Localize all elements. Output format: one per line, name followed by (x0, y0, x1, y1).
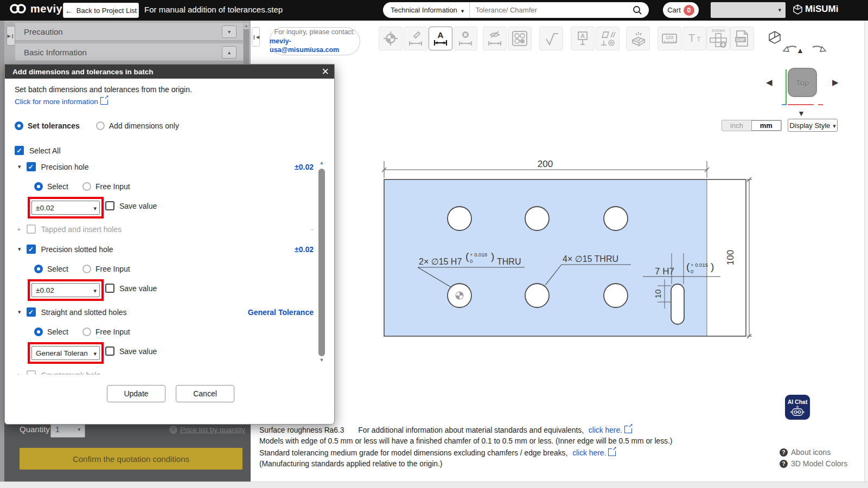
slot-height-dimension-text[interactable]: 10 (653, 290, 662, 299)
precision-slotted-hole-checkbox[interactable] (27, 245, 36, 254)
search-input[interactable] (470, 6, 633, 14)
display-style-dropdown[interactable]: Display Style (788, 119, 838, 132)
hide-dimension-icon-button[interactable] (483, 27, 507, 50)
chevron-down-icon[interactable]: ▾ (18, 246, 21, 253)
confirm-quotation-button[interactable]: Confirm the quotation conditions (20, 448, 242, 470)
save-value-checkbox[interactable] (105, 201, 114, 210)
sidebar-section-precaution[interactable]: Precaution ▾ (15, 23, 243, 41)
tilt-up-arrow[interactable]: ▲ (796, 46, 804, 55)
free-input-radio[interactable] (82, 182, 91, 191)
datum-symbol-icon-button[interactable]: A (571, 27, 595, 50)
account-dropdown[interactable] (711, 2, 786, 18)
scroll-up-arrow[interactable]: ▲ (244, 23, 249, 29)
text-dimension-icon: A (432, 30, 449, 47)
ai-chat-button[interactable]: AI Chat (785, 395, 810, 420)
select-radio[interactable] (34, 265, 43, 273)
save-value-checkbox[interactable] (105, 284, 114, 293)
text-size-icon-button[interactable]: T T (682, 27, 706, 50)
height-dimension-lines[interactable] (747, 177, 752, 338)
update-button[interactable]: Update (107, 385, 165, 402)
cad-drawing-canvas[interactable]: 200 100 2× ∅15 H7 ( + 0.018 0 (369, 146, 760, 352)
free-input-radio[interactable] (82, 328, 91, 336)
view-cube-top-face[interactable]: Top (788, 68, 817, 97)
horizontal-scrollbar[interactable] (0, 481, 868, 488)
hole-top-3[interactable] (604, 207, 628, 230)
hole-group-icon-button[interactable] (508, 27, 532, 50)
modal-scrollbar[interactable]: ▲ ▼ (318, 160, 326, 375)
model-colors-help[interactable]: ? 3D Model Colors (780, 459, 847, 468)
rotate-right-arrow[interactable]: ▶ (832, 78, 839, 87)
expand-tree-button[interactable]: ▶❙ (7, 26, 15, 46)
set-tolerances-radio[interactable] (15, 121, 23, 130)
more-information-link[interactable]: Click for more information (15, 98, 98, 106)
scroll-down-arrow[interactable]: ▼ (318, 357, 326, 363)
scroll-up-arrow[interactable]: ▲ (318, 160, 326, 168)
about-icons-help[interactable]: ? About icons (780, 448, 831, 457)
chevron-down-icon[interactable]: ▾ (18, 163, 21, 170)
scrollbar-thumb[interactable] (318, 169, 325, 356)
free-input-radio[interactable] (82, 265, 91, 273)
close-icon[interactable]: × (322, 66, 329, 78)
text-size-icon: T T (686, 30, 703, 47)
section-toggle-button[interactable]: ▾ (222, 25, 237, 38)
precision-slotted-tolerance-select[interactable]: ±0.02 (31, 283, 100, 297)
chevron-right-icon[interactable]: ▸ (18, 226, 21, 233)
precaution-label: Precaution (24, 27, 63, 36)
chevron-right-icon[interactable]: ▸ (18, 371, 21, 375)
unit-mm-button[interactable]: mm (751, 120, 782, 131)
cancel-button[interactable]: Cancel (176, 385, 234, 402)
search-bar: Technical Information (383, 2, 649, 18)
tilt-down-arrow[interactable]: ▼ (797, 109, 805, 118)
width-dimension-text[interactable]: 200 (538, 159, 553, 169)
tolerancing-grade-link[interactable]: click here. (572, 449, 606, 457)
precision-hole-tolerance-select[interactable]: ±0.02 (31, 201, 100, 215)
section-toggle-button[interactable]: ▴ (222, 46, 237, 59)
select-radio[interactable] (34, 182, 43, 191)
precision-hole-checkbox[interactable] (27, 162, 36, 171)
svg-text:0: 0 (691, 268, 693, 274)
hole-top-2[interactable] (525, 207, 549, 230)
save-value-checkbox[interactable] (105, 346, 114, 356)
hole-bottom-3[interactable] (604, 284, 628, 307)
sidebar-left-scroll-strip[interactable] (0, 21, 4, 481)
inquiry-email-link[interactable]: meviy-usa@misumiusa.com (270, 37, 360, 55)
six-views-download-icon-button[interactable]: 6VIEWS (706, 27, 730, 50)
countersunk-hole-checkbox[interactable] (27, 370, 36, 375)
rotate-left-arrow[interactable]: ◀ (766, 78, 773, 87)
straight-slotted-tolerance-select[interactable]: General Toleran (31, 346, 100, 360)
origin-locator-icon-button[interactable] (379, 27, 403, 50)
tapped-holes-checkbox[interactable] (27, 224, 36, 234)
rotate-right-icon[interactable] (809, 45, 829, 57)
add-dimensions-only-radio[interactable] (96, 121, 105, 130)
measure-ruler-icon-button[interactable]: 123 (658, 27, 681, 50)
edit-dimension-icon-button[interactable] (404, 27, 427, 50)
add-text-dimension-icon-button[interactable]: A (429, 27, 452, 50)
view-cube-icon[interactable] (768, 30, 782, 44)
collapse-sidebar-button[interactable]: ❙◀ (252, 27, 260, 47)
select-radio[interactable] (34, 328, 43, 336)
chevron-down-icon[interactable]: ▾ (18, 309, 21, 316)
material-standards-link[interactable]: click here. (589, 426, 622, 434)
external-link-icon (608, 448, 616, 456)
surface-finish-icon-button[interactable] (626, 27, 650, 50)
back-to-project-list-button[interactable]: ← Back to Project List (63, 3, 139, 18)
search-icon[interactable] (633, 5, 642, 15)
surface-check-icon-button[interactable] (539, 27, 563, 50)
delete-dimension-icon-button[interactable] (454, 27, 477, 50)
hole-top-1[interactable] (448, 207, 471, 230)
straight-slotted-highlight-box: General Toleran (28, 342, 104, 364)
cart-button[interactable]: Cart 0 (663, 2, 699, 18)
search-category-dropdown[interactable]: Technical Information (383, 2, 470, 18)
meviy-logo[interactable]: meviy (9, 2, 62, 15)
dxf-export-icon-button[interactable]: DXF (730, 27, 754, 50)
hole-bottom-2[interactable] (525, 284, 549, 307)
slot-hole[interactable] (671, 284, 684, 324)
geometric-tolerance-icon-button[interactable] (596, 27, 620, 50)
height-dimension-text[interactable]: 100 (725, 250, 736, 265)
price-list-link[interactable]: ? Price list by quantity (169, 426, 245, 434)
unit-inch-button[interactable]: inch (722, 120, 751, 131)
vertical-scrollbar[interactable] (864, 21, 868, 481)
sidebar-section-basic-info[interactable]: Basic Information ▴ (15, 43, 243, 61)
select-all-checkbox[interactable] (15, 146, 24, 155)
straight-slotted-checkbox[interactable] (27, 307, 36, 317)
